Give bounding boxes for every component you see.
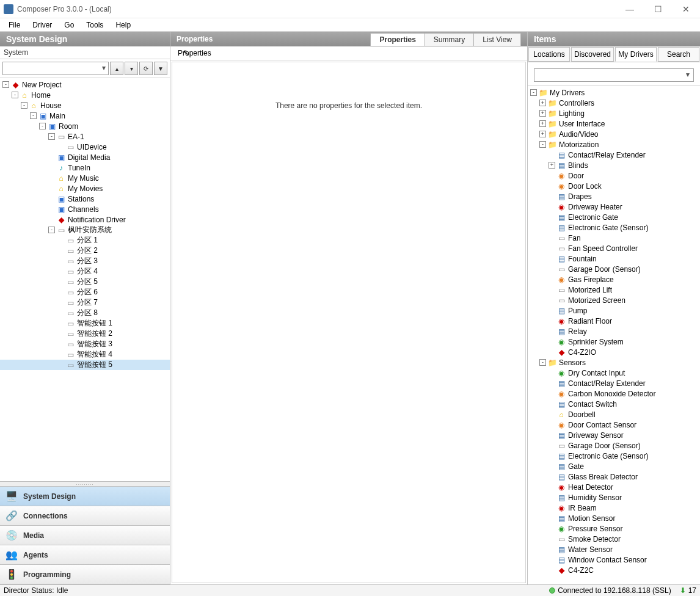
tree-item[interactable]: +▤Blinds (528, 160, 700, 170)
system-search-combo[interactable] (2, 62, 109, 75)
minimize-button[interactable]: — (616, 0, 644, 18)
expand-icon[interactable]: + (539, 131, 546, 137)
collapse-icon[interactable]: - (48, 133, 55, 140)
tree-item[interactable]: ◆C4-Z2C (528, 565, 700, 575)
tree-item[interactable]: ♪TuneIn (0, 162, 170, 173)
tree-item[interactable]: ▣Channels (0, 204, 170, 214)
tree-item[interactable]: ▭Motorized Screen (528, 295, 700, 305)
tree-item[interactable]: -📁Sensors (528, 357, 700, 368)
tree-item[interactable]: ▭智能按钮 2 (0, 329, 170, 339)
tree-item[interactable]: ▭UIDevice (0, 142, 170, 152)
tree-item[interactable]: ⌂My Music (0, 173, 170, 183)
nav-system-design[interactable]: 🖥️System Design (0, 487, 170, 506)
collapse-icon[interactable]: - (530, 89, 537, 96)
nav-down-button[interactable]: ▾ (125, 62, 138, 75)
menu-tools[interactable]: Tools (80, 20, 109, 31)
menu-driver[interactable]: Driver (26, 20, 58, 31)
menu-go[interactable]: Go (58, 20, 80, 31)
collapse-icon[interactable]: - (2, 81, 9, 88)
tree-item[interactable]: ▤Water Sensor (528, 544, 700, 554)
tree-item[interactable]: ◉Heat Detector (528, 482, 700, 492)
nav-agents[interactable]: 👥Agents (0, 545, 170, 565)
tab-summary[interactable]: Summary (425, 33, 474, 46)
tree-item[interactable]: ◉Sprinkler System (528, 336, 700, 347)
tree-item[interactable]: ▭分区 5 (0, 277, 170, 287)
tree-item[interactable]: -◆New Project (0, 79, 170, 90)
expand-icon[interactable]: + (539, 110, 546, 117)
close-button[interactable]: ✕ (672, 0, 700, 18)
tree-item[interactable]: -▭EA-1 (0, 131, 170, 142)
expand-icon[interactable]: + (539, 100, 546, 106)
tree-item[interactable]: ▤Glass Break Detector (528, 471, 700, 482)
tree-item[interactable]: ▤Humidity Sensor (528, 492, 700, 503)
tree-item[interactable]: ▤Electronic Gate (528, 212, 700, 222)
tree-item[interactable]: ▭智能按钮 1 (0, 318, 170, 329)
tree-item[interactable]: ▤Electronic Gate (Sensor) (528, 222, 700, 233)
tree-item[interactable]: -▭枫叶安防系统 (0, 225, 170, 235)
tree-item[interactable]: ◉Pressure Sensor (528, 523, 700, 534)
nav-up-button[interactable]: ▴ (110, 62, 123, 75)
collapse-icon[interactable]: - (48, 227, 55, 233)
tree-item[interactable]: ◉Door Lock (528, 181, 700, 191)
tree-item[interactable]: ◉Door (528, 170, 700, 181)
tree-item[interactable]: -▣Room (0, 121, 170, 131)
tree-item[interactable]: ▭Fan (528, 233, 700, 243)
tree-item[interactable]: +📁Lighting (528, 108, 700, 118)
tree-item[interactable]: ⌂Doorbell (528, 409, 700, 420)
drivers-tree[interactable]: -📁My Drivers+📁Controllers+📁Lighting+📁Use… (528, 85, 700, 584)
maximize-button[interactable]: ☐ (644, 0, 672, 18)
tree-item[interactable]: ▭分区 7 (0, 297, 170, 308)
nav-programming[interactable]: 🚦Programming (0, 565, 170, 584)
tree-item[interactable]: ◉Driveway Heater (528, 202, 700, 212)
tree-item[interactable]: -📁My Drivers (528, 87, 700, 98)
tree-item[interactable]: ◉IR Beam (528, 503, 700, 513)
filter-button[interactable]: ▼ (154, 62, 167, 75)
tree-item[interactable]: ▣Digital Media (0, 152, 170, 162)
tree-item[interactable]: ▤Contact/Relay Extender (528, 150, 700, 160)
collapse-icon[interactable]: - (539, 141, 546, 148)
tree-item[interactable]: ▭Smoke Detector (528, 534, 700, 544)
collapse-icon[interactable]: - (539, 359, 546, 366)
tree-item[interactable]: -▣Main (0, 111, 170, 121)
tree-item[interactable]: ◉Door Contact Sensor (528, 420, 700, 430)
tree-item[interactable]: -📁Motorization (528, 139, 700, 150)
tree-item[interactable]: ▭分区 4 (0, 266, 170, 277)
refresh-button[interactable]: ⟳ (139, 62, 153, 75)
tree-item[interactable]: ▤Relay (528, 326, 700, 336)
tree-item[interactable]: ⌂My Movies (0, 183, 170, 194)
tree-item[interactable]: ◆Notification Driver (0, 214, 170, 225)
menu-file[interactable]: File (2, 20, 26, 31)
tree-item[interactable]: ▭智能按钮 5 (0, 360, 170, 370)
tree-item[interactable]: ▭Garage Door (Sensor) (528, 440, 700, 451)
expand-icon[interactable]: + (539, 120, 546, 127)
tree-item[interactable]: ▭分区 6 (0, 287, 170, 297)
tree-item[interactable]: ▣Stations (0, 194, 170, 204)
tree-item[interactable]: ▤Fountain (528, 253, 700, 264)
tree-item[interactable]: +📁Controllers (528, 98, 700, 108)
system-tree[interactable]: -◆New Project-⌂Home-⌂House-▣Main-▣Room-▭… (0, 78, 170, 481)
tree-item[interactable]: +📁Audio/Video (528, 129, 700, 139)
tree-item[interactable]: ▤Motion Sensor (528, 513, 700, 523)
tree-item[interactable]: ▭Garage Door (Sensor) (528, 264, 700, 274)
tree-item[interactable]: ▤Pump (528, 305, 700, 316)
tree-item[interactable]: ◆C4-Z2IO (528, 347, 700, 357)
tree-item[interactable]: ◉Carbon Monoxide Detector (528, 388, 700, 399)
tab-discovered[interactable]: Discovered (571, 47, 614, 62)
tree-item[interactable]: ▤Contact Switch (528, 399, 700, 409)
nav-connections[interactable]: 🔗Connections (0, 506, 170, 526)
splitter-handle[interactable]: ········· (0, 481, 170, 486)
tree-item[interactable]: ▤Gate (528, 461, 700, 471)
tree-item[interactable]: ▭Fan Speed Controller (528, 243, 700, 253)
tree-item[interactable]: ◉Radiant Floor (528, 316, 700, 326)
collapse-icon[interactable]: - (21, 102, 27, 109)
tree-item[interactable]: ▤Electronic Gate (Sensor) (528, 451, 700, 461)
drivers-filter-combo[interactable] (534, 68, 694, 82)
tree-item[interactable]: ▭Motorized Lift (528, 285, 700, 295)
tree-item[interactable]: ▭智能按钮 4 (0, 349, 170, 360)
tree-item[interactable]: ▭分区 8 (0, 308, 170, 318)
tab-properties[interactable]: Properties (370, 33, 425, 46)
collapse-icon[interactable]: - (12, 92, 18, 98)
tree-item[interactable]: ▤Drapes (528, 191, 700, 202)
tree-item[interactable]: ▤Contact/Relay Extender (528, 378, 700, 388)
tree-item[interactable]: +📁User Interface (528, 118, 700, 129)
